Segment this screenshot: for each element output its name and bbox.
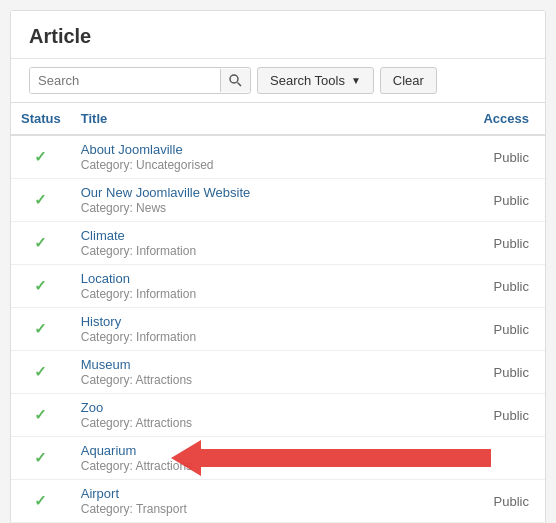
article-category: Category: Attractions (81, 416, 441, 430)
article-category: Category: Information (81, 244, 441, 258)
status-cell: ✓ (11, 135, 71, 179)
title-cell: AirportCategory: Transport (71, 480, 451, 523)
title-cell: LocationCategory: Information (71, 265, 451, 308)
checkmark-icon: ✓ (34, 320, 47, 337)
article-title-link[interactable]: Museum (81, 357, 131, 372)
article-title-link[interactable]: History (81, 314, 121, 329)
checkmark-icon: ✓ (34, 234, 47, 251)
access-cell: Public (451, 135, 545, 179)
checkmark-icon: ✓ (34, 492, 47, 509)
checkmark-icon: ✓ (34, 406, 47, 423)
access-col-header: Access (451, 103, 545, 135)
table-row: ✓MuseumCategory: AttractionsPublic (11, 351, 545, 394)
status-cell: ✓ (11, 437, 71, 480)
checkmark-icon: ✓ (34, 277, 47, 294)
status-cell: ✓ (11, 308, 71, 351)
title-col-header: Title (71, 103, 451, 135)
article-category: Category: Information (81, 287, 441, 301)
search-button[interactable] (220, 69, 250, 92)
status-cell: ✓ (11, 222, 71, 265)
status-cell: ✓ (11, 480, 71, 523)
table-row: ✓Our New Joomlaville WebsiteCategory: Ne… (11, 179, 545, 222)
article-category: Category: Uncategorised (81, 158, 441, 172)
svg-line-1 (238, 83, 242, 87)
clear-button[interactable]: Clear (380, 67, 437, 94)
table-row: ✓AquariumCategory: Attractions (11, 437, 545, 480)
title-cell: About JoomlavilleCategory: Uncategorised (71, 135, 451, 179)
status-cell: ✓ (11, 179, 71, 222)
search-icon (229, 74, 242, 87)
checkmark-icon: ✓ (34, 363, 47, 380)
status-cell: ✓ (11, 265, 71, 308)
article-title-link[interactable]: Our New Joomlaville Website (81, 185, 251, 200)
access-cell: Public (451, 394, 545, 437)
table-row: ✓ZooCategory: AttractionsPublic (11, 394, 545, 437)
title-cell: ZooCategory: Attractions (71, 394, 451, 437)
page-title: Article (11, 11, 545, 59)
checkmark-icon: ✓ (34, 449, 47, 466)
articles-table: Status Title Access ✓About JoomlavilleCa… (11, 103, 545, 523)
checkmark-icon: ✓ (34, 148, 47, 165)
article-title-link[interactable]: Zoo (81, 400, 103, 415)
title-cell: HistoryCategory: Information (71, 308, 451, 351)
access-cell: Public (451, 222, 545, 265)
chevron-down-icon: ▼ (351, 75, 361, 86)
toolbar: Search Tools ▼ Clear (11, 59, 545, 103)
table-wrapper: Status Title Access ✓About JoomlavilleCa… (11, 103, 545, 523)
article-title-link[interactable]: Location (81, 271, 130, 286)
status-col-header: Status (11, 103, 71, 135)
title-cell: Our New Joomlaville WebsiteCategory: New… (71, 179, 451, 222)
checkmark-icon: ✓ (34, 191, 47, 208)
access-cell: Public (451, 351, 545, 394)
search-tools-label: Search Tools (270, 73, 345, 88)
clear-label: Clear (393, 73, 424, 88)
table-row: ✓About JoomlavilleCategory: Uncategorise… (11, 135, 545, 179)
table-row: ✓HistoryCategory: InformationPublic (11, 308, 545, 351)
access-cell: Public (451, 308, 545, 351)
article-title-link[interactable]: Airport (81, 486, 119, 501)
article-category: Category: Transport (81, 502, 441, 516)
title-cell: AquariumCategory: Attractions (71, 437, 451, 480)
article-category: Category: Attractions (81, 373, 441, 387)
access-cell (451, 437, 545, 480)
article-title-link[interactable]: Aquarium (81, 443, 137, 458)
table-row: ✓LocationCategory: InformationPublic (11, 265, 545, 308)
search-tools-button[interactable]: Search Tools ▼ (257, 67, 374, 94)
page-container: Article Search Tools ▼ Clear Status T (10, 10, 546, 523)
title-cell: MuseumCategory: Attractions (71, 351, 451, 394)
article-title-link[interactable]: Climate (81, 228, 125, 243)
article-category: Category: Attractions (81, 459, 441, 473)
search-wrapper (29, 67, 251, 94)
access-cell: Public (451, 179, 545, 222)
article-category: Category: Information (81, 330, 441, 344)
article-title-link[interactable]: About Joomlaville (81, 142, 183, 157)
search-input[interactable] (30, 68, 220, 93)
svg-point-0 (230, 75, 238, 83)
access-cell: Public (451, 480, 545, 523)
status-cell: ✓ (11, 394, 71, 437)
article-category: Category: News (81, 201, 441, 215)
status-cell: ✓ (11, 351, 71, 394)
access-cell: Public (451, 265, 545, 308)
table-row: ✓AirportCategory: TransportPublic (11, 480, 545, 523)
table-row: ✓ClimateCategory: InformationPublic (11, 222, 545, 265)
title-cell: ClimateCategory: Information (71, 222, 451, 265)
